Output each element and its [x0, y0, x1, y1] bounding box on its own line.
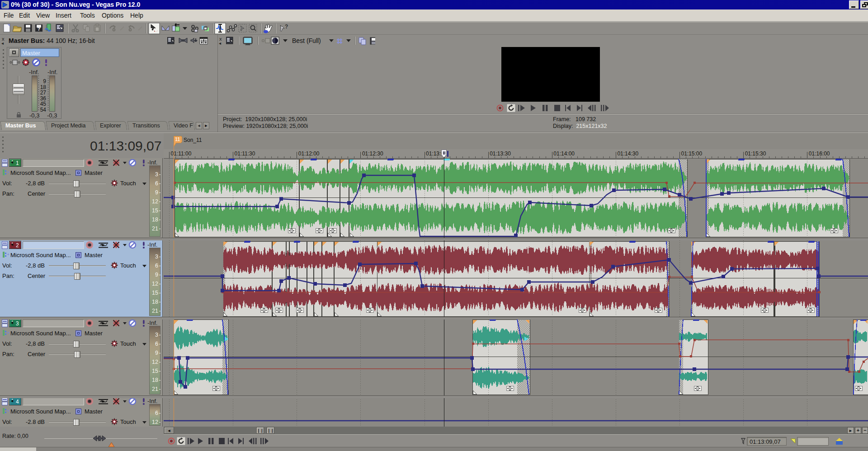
svg-text:01:14:30: 01:14:30	[617, 150, 638, 157]
svg-text:01:15:00: 01:15:00	[681, 150, 703, 157]
svg-text:?: ?	[38, 27, 40, 32]
svg-text:?: ?	[285, 23, 288, 30]
svg-text:01:12:30: 01:12:30	[362, 150, 383, 157]
svg-text:01:14:00: 01:14:00	[553, 150, 575, 157]
svg-text:01:13:30: 01:13:30	[490, 150, 511, 157]
svg-text:01:11:30: 01:11:30	[235, 150, 255, 157]
svg-text:01:16:00: 01:16:00	[809, 150, 830, 157]
svg-text:11: 11	[175, 136, 180, 142]
svg-text:Son_11: Son_11	[184, 137, 202, 143]
svg-text:Best (Full): Best (Full)	[292, 37, 321, 44]
svg-text:01:15:30: 01:15:30	[745, 150, 766, 157]
svg-text:01:12:00: 01:12:00	[298, 150, 320, 157]
